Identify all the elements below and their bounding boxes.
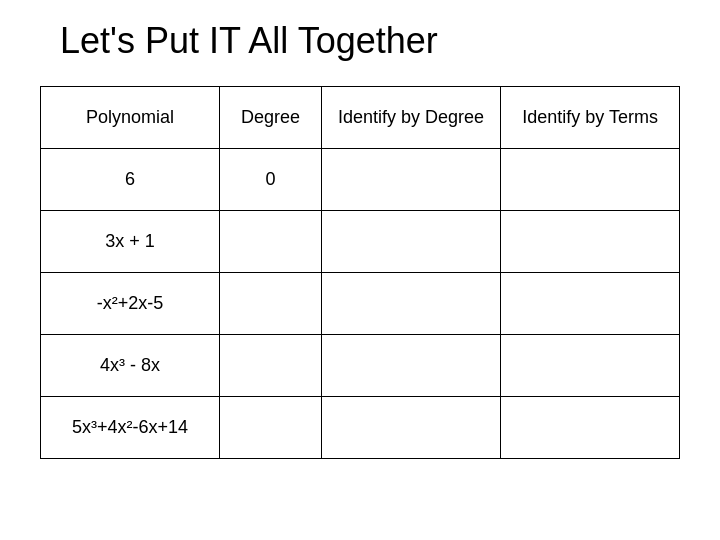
cell-degree (219, 397, 321, 459)
cell-id-terms (501, 273, 680, 335)
cell-polynomial: 3x + 1 (41, 211, 220, 273)
table-row: 5x³+4x²-6x+14 (41, 397, 680, 459)
cell-id-degree (322, 335, 501, 397)
cell-id-degree (322, 149, 501, 211)
cell-id-degree (322, 211, 501, 273)
cell-polynomial: -x²+2x-5 (41, 273, 220, 335)
cell-polynomial: 5x³+4x²-6x+14 (41, 397, 220, 459)
cell-degree (219, 335, 321, 397)
cell-id-degree (322, 397, 501, 459)
cell-polynomial: 6 (41, 149, 220, 211)
cell-degree (219, 273, 321, 335)
table-row: -x²+2x-5 (41, 273, 680, 335)
page-title: Let's Put IT All Together (60, 20, 438, 62)
table-row: 4x³ - 8x (41, 335, 680, 397)
cell-id-degree (322, 273, 501, 335)
cell-id-terms (501, 397, 680, 459)
header-identify-by-degree: Identify by Degree (322, 87, 501, 149)
table-header-row: Polynomial Degree Identify by Degree Ide… (41, 87, 680, 149)
cell-degree (219, 211, 321, 273)
table-row: 60 (41, 149, 680, 211)
table-container: Polynomial Degree Identify by Degree Ide… (40, 86, 680, 459)
header-degree: Degree (219, 87, 321, 149)
cell-id-terms (501, 211, 680, 273)
header-identify-by-terms: Identify by Terms (501, 87, 680, 149)
cell-polynomial: 4x³ - 8x (41, 335, 220, 397)
header-polynomial: Polynomial (41, 87, 220, 149)
cell-id-terms (501, 149, 680, 211)
main-table: Polynomial Degree Identify by Degree Ide… (40, 86, 680, 459)
table-row: 3x + 1 (41, 211, 680, 273)
cell-degree: 0 (219, 149, 321, 211)
cell-id-terms (501, 335, 680, 397)
